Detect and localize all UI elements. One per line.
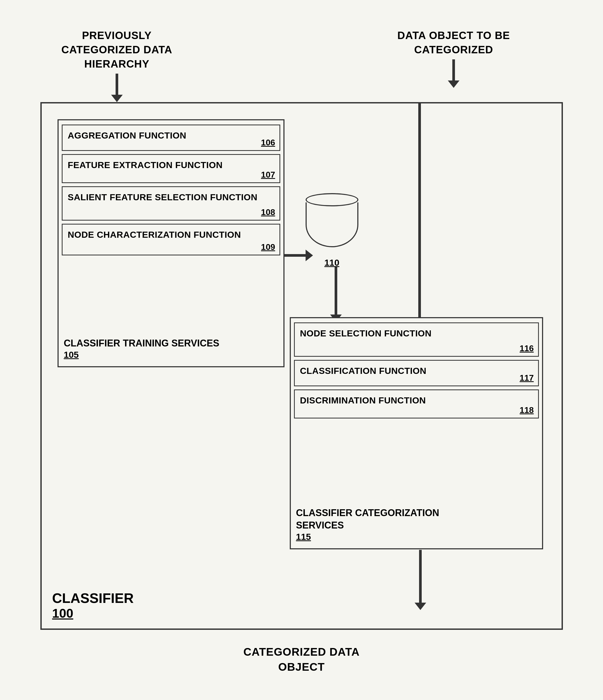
database-number: 110 xyxy=(324,257,340,268)
classifier-box: CLASSIFIER 100 AGGREGATION FUNCTION 106 … xyxy=(41,102,563,630)
classifier-title: CLASSIFIER xyxy=(52,590,134,606)
training-services-number: 105 xyxy=(64,350,219,360)
discrimination-function-box: DISCRIMINATION FUNCTION 118 xyxy=(294,390,539,419)
categorization-services-label: CLASSIFIER CATEGORIZATIONSERVICES xyxy=(296,507,439,532)
categorization-services-box: NODE SELECTION FUNCTION 116 CLASSIFICATI… xyxy=(290,317,543,549)
categorized-output-label: CATEGORIZED DATAOBJECT xyxy=(25,645,579,674)
arrow-cat-to-output xyxy=(414,550,426,610)
arrow-dataobj-to-cat xyxy=(414,103,425,325)
aggregation-function-box: AGGREGATION FUNCTION 106 xyxy=(62,125,280,151)
classifier-number: 100 xyxy=(52,606,134,621)
node-characterization-box: NODE CHARACTERIZATION FUNCTION 109 xyxy=(62,224,280,255)
salient-feature-selection-box: SALIENT FEATURE SELECTION FUNCTION 108 xyxy=(62,186,280,221)
training-services-box: AGGREGATION FUNCTION 106 FEATURE EXTRACT… xyxy=(57,119,284,367)
feature-extraction-function-box: FEATURE EXTRACTION FUNCTION 107 xyxy=(62,154,280,183)
classification-function-box: CLASSIFICATION FUNCTION 117 xyxy=(294,360,539,386)
categorization-services-number: 115 xyxy=(296,532,439,542)
diagram-page: PREVIOUSLYCATEGORIZED DATAHIERARCHY DATA… xyxy=(25,20,579,680)
arrow-db-to-cat xyxy=(330,267,342,322)
data-object-label: DATA OBJECT TO BECATEGORIZED xyxy=(397,28,510,57)
previously-categorized-label: PREVIOUSLYCATEGORIZED DATAHIERARCHY xyxy=(61,28,172,71)
node-selection-box: NODE SELECTION FUNCTION 116 xyxy=(294,322,539,357)
training-services-label: CLASSIFIER TRAINING SERVICES xyxy=(64,337,219,350)
database: 110 xyxy=(306,193,358,268)
